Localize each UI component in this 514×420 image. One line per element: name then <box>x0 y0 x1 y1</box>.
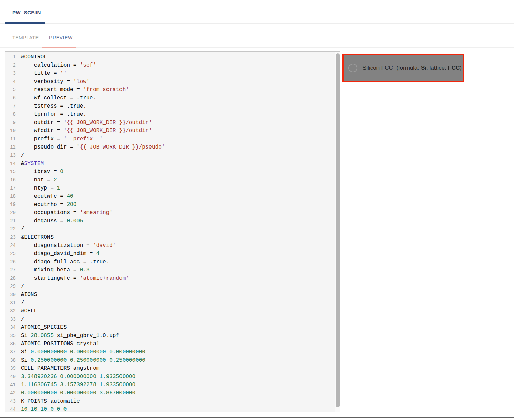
code-line-text: 3.348920236 0.000000000 1.933500000 <box>18 373 135 381</box>
code-line-text: / <box>18 282 24 291</box>
line-number: 41 <box>5 381 18 389</box>
line-number: 14 <box>5 159 18 168</box>
code-line-1: 1&CONTROL <box>5 53 335 61</box>
code-line-18: 18 ecutwfc = 40 <box>5 192 335 200</box>
code-line-text: restart_mode = 'from_scratch' <box>18 86 129 94</box>
line-number: 42 <box>5 389 18 397</box>
code-line-text: prefix = '__prefix__' <box>18 135 103 143</box>
file-tab-pw-scf-in[interactable]: PW_SCF.IN <box>12 10 41 15</box>
line-number: 7 <box>5 102 18 110</box>
code-line-text: wf_collect = .true. <box>18 94 96 102</box>
line-number: 19 <box>5 200 18 209</box>
code-line-text: ecutwfc = 40 <box>18 192 73 200</box>
code-line-44: 4410 10 10 0 0 0 <box>5 405 335 412</box>
code-line-16: 16 nat = 2 <box>5 176 335 184</box>
code-line-text: calculation = 'scf' <box>18 61 96 69</box>
material-option-silicon-fcc[interactable]: Silicon FCC (formula: Si, lattice: FCC) <box>342 54 464 82</box>
line-number: 25 <box>5 250 18 258</box>
code-line-9: 9 outdir = '{{ JOB_WORK_DIR }}/outdir' <box>5 118 335 127</box>
code-line-text: / <box>18 225 24 233</box>
line-number: 6 <box>5 94 18 102</box>
line-number: 29 <box>5 282 18 291</box>
radio-button-icon[interactable] <box>348 64 357 72</box>
code-line-text: ecutrho = 200 <box>18 200 76 209</box>
code-line-text: &CELL <box>18 307 37 315</box>
code-line-21: 21 degauss = 0.005 <box>5 217 335 225</box>
code-line-text: / <box>18 151 24 159</box>
view-tabs-divider <box>0 47 514 48</box>
tab-template[interactable]: TEMPLATE <box>12 35 39 40</box>
code-line-text: tstress = .true. <box>18 102 86 110</box>
code-line-34: 34ATOMIC_SPECIES <box>5 323 335 332</box>
code-line-text: &ELECTRONS <box>18 233 54 241</box>
line-number: 34 <box>5 323 18 332</box>
line-number: 26 <box>5 258 18 266</box>
line-number: 28 <box>5 274 18 282</box>
code-line-text: diago_david_ndim = 4 <box>18 250 99 258</box>
code-line-19: 19 ecutrho = 200 <box>5 200 335 209</box>
line-number: 24 <box>5 241 18 250</box>
line-number: 8 <box>5 110 18 118</box>
code-line-7: 7 tstress = .true. <box>5 102 335 110</box>
line-number: 11 <box>5 135 18 143</box>
file-tabbar-divider <box>0 23 514 24</box>
code-line-text: pseudo_dir = '{{ JOB_WORK_DIR }}/pseudo' <box>18 143 165 151</box>
code-line-22: 22/ <box>5 225 335 233</box>
line-number: 9 <box>5 118 18 127</box>
code-line-35: 35Si 28.0855 si_pbe_gbrv_1.0.upf <box>5 332 335 340</box>
code-line-11: 11 prefix = '__prefix__' <box>5 135 335 143</box>
line-number: 23 <box>5 233 18 241</box>
line-number: 39 <box>5 364 18 373</box>
line-number: 5 <box>5 86 18 94</box>
editor-scrollbar[interactable] <box>335 52 340 412</box>
code-line-text: mixing_beta = 0.3 <box>18 266 90 274</box>
line-number: 35 <box>5 332 18 340</box>
code-line-text: wfcdir = '{{ JOB_WORK_DIR }}/outdir' <box>18 127 152 135</box>
code-line-42: 420.000000000 0.000000000 3.867000000 <box>5 389 335 397</box>
line-number: 13 <box>5 151 18 159</box>
line-number: 22 <box>5 225 18 233</box>
code-line-text: diagonalization = 'david' <box>18 241 116 250</box>
line-number: 12 <box>5 143 18 151</box>
code-line-text: 10 10 10 0 0 0 <box>18 405 67 412</box>
code-line-text: degauss = 0.005 <box>18 217 83 225</box>
code-line-32: 32&CELL <box>5 307 335 315</box>
scrollbar-thumb[interactable] <box>336 53 340 407</box>
code-line-text: Si 0.000000000 0.000000000 0.000000000 <box>18 348 145 356</box>
code-line-text: startingwfc = 'atomic+random' <box>18 274 129 282</box>
line-number: 31 <box>5 299 18 307</box>
code-line-text: &IONS <box>18 291 37 299</box>
code-line-13: 13/ <box>5 151 335 159</box>
code-line-text: &SYSTEM <box>18 159 44 168</box>
code-line-24: 24 diagonalization = 'david' <box>5 241 335 250</box>
tab-preview[interactable]: PREVIEW <box>49 35 73 40</box>
line-number: 1 <box>5 53 18 61</box>
line-number: 21 <box>5 217 18 225</box>
code-lines: 1&CONTROL2 calculation = 'scf'3 title = … <box>5 52 335 412</box>
code-editor[interactable]: 1&CONTROL2 calculation = 'scf'3 title = … <box>5 51 340 412</box>
line-number: 30 <box>5 291 18 299</box>
code-line-3: 3 title = '' <box>5 69 335 78</box>
code-line-17: 17 ntyp = 1 <box>5 184 335 192</box>
code-line-37: 37Si 0.000000000 0.000000000 0.000000000 <box>5 348 335 356</box>
line-number: 38 <box>5 356 18 364</box>
line-number: 16 <box>5 176 18 184</box>
code-line-29: 29/ <box>5 282 335 291</box>
line-number: 18 <box>5 192 18 200</box>
code-line-text: diago_full_acc = .true. <box>18 258 109 266</box>
code-line-text: ibrav = 0 <box>18 168 63 176</box>
page-bottom-divider <box>0 417 514 418</box>
code-line-text: &CONTROL <box>18 53 47 61</box>
code-line-text: Si 0.250000000 0.250000000 0.250000000 <box>18 356 145 364</box>
code-line-text: / <box>18 315 24 323</box>
code-line-40: 403.348920236 0.000000000 1.933500000 <box>5 373 335 381</box>
line-number: 32 <box>5 307 18 315</box>
code-line-text: 1.116306745 3.157392278 1.933500000 <box>18 381 135 389</box>
code-line-33: 33/ <box>5 315 335 323</box>
line-number: 40 <box>5 373 18 381</box>
line-number: 15 <box>5 168 18 176</box>
code-line-5: 5 restart_mode = 'from_scratch' <box>5 86 335 94</box>
code-line-8: 8 tprnfor = .true. <box>5 110 335 118</box>
code-line-text: K_POINTS automatic <box>18 397 80 405</box>
code-line-41: 411.116306745 3.157392278 1.933500000 <box>5 381 335 389</box>
